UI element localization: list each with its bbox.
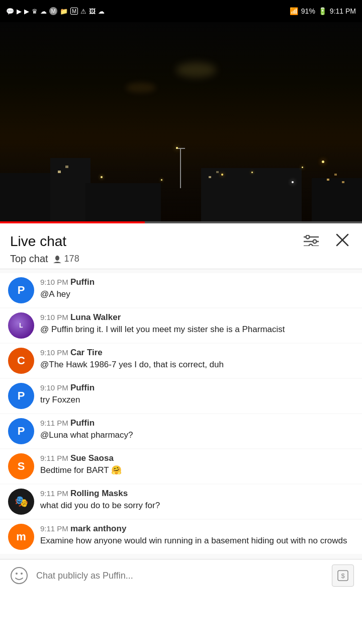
message-time: 9:10 PM [40,348,68,357]
emoji-button[interactable] [8,565,30,587]
chat-message: P 9:11 PM Puffin @Luna what pharmacy? [0,414,362,448]
battery-icon: 🔋 [318,7,327,15]
message-author: Rolling Masks [70,489,128,499]
message-meta: 9:10 PM Puffin [40,383,354,393]
wifi-icon: 📶 [290,7,298,15]
youtube-icon: ▶ [17,8,22,15]
video-player[interactable] [0,22,362,223]
filter-button[interactable] [302,233,321,251]
crown-icon: ♛ [32,8,38,15]
message-body: 9:11 PM Puffin @Luna what pharmacy? [40,418,354,441]
svg-point-11 [21,573,23,575]
avatar: P [8,383,34,409]
avatar: 🎭 [8,489,34,515]
message-meta: 9:10 PM Car Tire [40,348,354,358]
avatar: S [8,453,34,479]
message-text: try Foxzen [40,394,354,406]
video-content [0,22,362,223]
send-icon: $ [337,570,349,582]
video-progress-bar[interactable] [0,221,362,223]
chat-subheader: Top chat 178 [10,253,352,265]
chat-header-actions [302,230,352,253]
message-meta: 9:11 PM Puffin [40,418,354,428]
chat-messages-list: P 9:10 PM Puffin @A hey L 9:10 PM Luna W… [0,269,362,559]
status-bar: 💬 ▶ ▶ ♛ ☁ M 📁 M ⚠ 🖼 ☁ 📶 91% 🔋 9:11 PM [0,0,362,22]
chat-header: Live chat [0,223,362,269]
cloud2-icon: ☁ [98,8,105,15]
message-time: 9:11 PM [40,419,68,427]
youtube-icon2: ▶ [24,8,29,15]
message-body: 9:10 PM Luna Walker @ Puffin bring it. I… [40,312,354,336]
chat-message: S 9:11 PM Sue Saosa Bedtime for BART 🤗 [0,449,362,484]
svg-point-10 [16,573,18,575]
message-meta: 9:11 PM mark anthony [40,524,354,534]
chat-message: P 9:10 PM Puffin @A hey [0,273,362,307]
message-author: Car Tire [70,348,103,358]
video-progress-fill [0,221,145,223]
top-chat-label[interactable]: Top chat [10,253,48,265]
avatar: P [8,418,34,444]
message-time: 9:10 PM [40,383,68,392]
message-text: @ Puffin bring it. I will let you meet m… [40,324,354,336]
message-author: Luna Walker [70,312,121,323]
message-author: Puffin [70,418,95,428]
chat-tab-area: Top chat 178 [10,253,79,265]
close-button[interactable] [333,230,352,253]
folder-icon: 📁 [60,8,68,15]
viewer-icon [52,255,62,263]
warning-icon: ⚠ [80,8,86,15]
svg-point-5 [309,244,313,246]
message-body: 9:10 PM Puffin try Foxzen [40,383,354,406]
chat-message: m 9:11 PM mark anthony Examine how anyon… [0,520,362,554]
message-body: 9:11 PM mark anthony Examine how anyone … [40,524,354,547]
viewer-count: 178 [52,254,79,264]
close-icon [335,232,350,248]
svg-point-3 [313,239,317,243]
message-time: 9:11 PM [40,489,68,498]
chat-panel: Live chat [0,223,362,592]
image-icon: 🖼 [89,8,96,15]
svg-text:$: $ [341,572,345,580]
message-text: what did you do to be sorry for? [40,500,354,512]
message-text: @A hey [40,288,354,300]
chat-message: 🎭 9:11 PM Rolling Masks what did you do … [0,485,362,519]
viewer-count-number: 178 [64,254,79,264]
message-body: 9:10 PM Car Tire @The Hawk 1986-7 yes I … [40,348,354,371]
svg-point-9 [11,568,27,584]
m-icon: M [49,7,57,15]
m2-icon: M [70,8,78,15]
svg-point-8 [55,256,59,261]
message-time: 9:11 PM [40,454,68,462]
message-text: @Luna what pharmacy? [40,429,354,441]
message-text: Bedtime for BART 🤗 [40,464,354,476]
clock: 9:11 PM [330,7,356,15]
message-body: 9:10 PM Puffin @A hey [40,277,354,300]
avatar: C [8,348,34,374]
avatar: L [8,312,34,339]
message-body: 9:11 PM Sue Saosa Bedtime for BART 🤗 [40,453,354,476]
message-time: 9:10 PM [40,313,68,321]
message-author: Sue Saosa [70,453,114,463]
message-author: Puffin [70,383,95,393]
chat-input-field[interactable] [36,567,326,585]
message-text: @The Hawk 1986-7 yes I do, that is corre… [40,359,354,371]
message-time: 9:10 PM [40,278,68,286]
message-meta: 9:11 PM Rolling Masks [40,489,354,499]
message-text: Examine how anyone would win running in … [40,535,354,547]
battery-percent: 91% [301,7,315,15]
message-icon: 💬 [6,8,14,15]
filter-icon [304,235,319,246]
send-button[interactable]: $ [332,565,354,587]
avatar: m [8,524,34,550]
system-status: 📶 91% 🔋 9:11 PM [290,7,356,15]
chat-message: L 9:10 PM Luna Walker @ Puffin bring it.… [0,308,362,343]
cloud-icon: ☁ [40,8,47,15]
message-author: Puffin [70,277,95,287]
message-meta: 9:10 PM Luna Walker [40,312,354,323]
message-author: mark anthony [70,524,126,534]
message-time: 9:11 PM [40,524,68,533]
message-meta: 9:11 PM Sue Saosa [40,453,354,463]
chat-message: P 9:10 PM Puffin try Foxzen [0,379,362,413]
svg-point-1 [306,235,310,238]
emoji-icon [10,567,28,585]
